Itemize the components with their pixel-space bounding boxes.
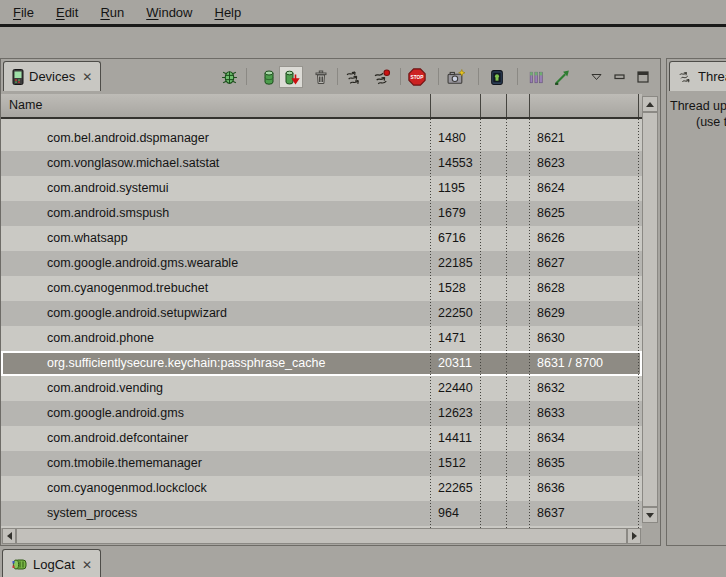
table-row[interactable]: com.cyanogenmod.trebuchet15288628 [1, 276, 642, 301]
scroll-down-button[interactable] [642, 507, 658, 523]
process-port: 8627 [537, 251, 565, 276]
process-port: 8634 [537, 426, 565, 451]
process-pid: 1480 [438, 126, 466, 151]
vertical-scroll-thumb[interactable] [642, 112, 658, 507]
process-pid: 14411 [438, 426, 472, 451]
process-pid: 1528 [438, 276, 466, 301]
tab-threads-label: Threads [698, 69, 726, 84]
table-row[interactable]: com.android.systemui11958624 [1, 176, 642, 201]
menu-file[interactable]: File [2, 2, 45, 23]
svg-text:STOP: STOP [411, 75, 424, 80]
toolbar-separator [246, 68, 247, 85]
column-separator [638, 94, 639, 117]
update-threads-icon[interactable] [345, 68, 363, 86]
stop-process-icon[interactable]: STOP [408, 68, 426, 86]
start-tracing-icon[interactable] [553, 68, 571, 86]
table-row[interactable]: com.google.android.gms126238633 [1, 401, 642, 426]
table-row[interactable]: com.vonglasow.michael.satstat145538623 [1, 151, 642, 176]
column-separator [430, 94, 431, 117]
table-row[interactable]: com.google.android.setupwizard222508629 [1, 301, 642, 326]
minimize-icon[interactable] [610, 68, 628, 86]
close-icon[interactable]: ✕ [82, 71, 92, 83]
update-heap-icon[interactable] [260, 68, 278, 86]
process-name: com.whatsapp [47, 226, 128, 251]
process-port: 8633 [537, 401, 565, 426]
tab-devices[interactable]: Devices ✕ [3, 61, 101, 91]
horizontal-scroll-thumb[interactable] [16, 528, 627, 544]
process-name: com.bel.android.dspmanager [47, 126, 209, 151]
screen-capture-icon[interactable] [447, 68, 465, 86]
scroll-right-button[interactable] [627, 528, 641, 544]
table-row[interactable]: com.bel.android.dspmanager14808621 [1, 126, 642, 151]
tab-threads[interactable]: Threads [669, 61, 726, 91]
table-row[interactable]: com.android.phone14718630 [1, 326, 642, 351]
table-row[interactable]: com.tmobile.thememanager15128635 [1, 451, 642, 476]
toolbar-separator [337, 68, 338, 85]
process-pid: 22265 [438, 476, 473, 501]
dump-hprof-icon[interactable] [279, 66, 303, 88]
view-menu-icon[interactable] [587, 68, 605, 86]
ddms-window: { "menu_bar": { "items": ["File", "Edit"… [0, 0, 726, 577]
tab-logcat-label: LogCat [33, 557, 75, 572]
process-port: 8621 [537, 126, 565, 151]
process-port: 8631 / 8700 [537, 351, 603, 376]
horizontal-scrollbar[interactable] [2, 528, 641, 544]
process-pid: 1512 [438, 451, 466, 476]
table-row[interactable]: com.android.defcontainer144118634 [1, 426, 642, 451]
process-port: 8629 [537, 301, 565, 326]
threads-panel: Threads Thread updates not enabled for s… [666, 58, 726, 546]
start-method-profiling-icon[interactable] [373, 68, 391, 86]
column-separator [480, 94, 481, 117]
table-row[interactable]: com.android.vending224408632 [1, 376, 642, 401]
tab-logcat[interactable]: LogCat ✕ [2, 549, 101, 577]
process-port: 8624 [537, 176, 565, 201]
debug-process-icon[interactable] [220, 68, 238, 86]
menu-window[interactable]: Window [135, 2, 203, 23]
table-row[interactable]: com.cyanogenmod.lockclock222658636 [1, 476, 642, 501]
close-icon[interactable]: ✕ [82, 559, 92, 571]
process-pid: 22440 [438, 376, 473, 401]
process-name: com.google.android.gms.wearable [47, 251, 238, 276]
process-name: com.tmobile.thememanager [47, 451, 202, 476]
scroll-up-button[interactable] [642, 96, 658, 112]
process-port: 8637 [537, 501, 565, 526]
view-hierarchy-icon[interactable] [527, 68, 545, 86]
threads-message-line1: Thread updates not enabled for selected … [670, 99, 726, 113]
table-row[interactable]: system_process9648637 [1, 501, 642, 526]
process-pid: 1471 [438, 326, 466, 351]
table-row[interactable]: org.sufficientlysecure.keychain:passphra… [1, 351, 642, 376]
process-port: 8625 [537, 201, 565, 226]
device-screen-icon[interactable] [488, 68, 506, 86]
logcat-icon [11, 557, 28, 572]
maximize-icon[interactable] [634, 68, 652, 86]
phone-icon [12, 69, 24, 85]
process-name: com.android.defcontainer [47, 426, 188, 451]
column-header-name[interactable]: Name [1, 98, 42, 112]
vertical-scrollbar[interactable] [642, 96, 658, 523]
process-port: 8632 [537, 376, 565, 401]
tab-devices-label: Devices [29, 69, 75, 84]
scroll-left-button[interactable] [2, 528, 16, 544]
menu-edit[interactable]: Edit [45, 2, 89, 23]
process-pid: 14553 [438, 151, 473, 176]
process-table-body: com.bel.android.dspmanager14808621com.vo… [1, 119, 642, 528]
menu-run[interactable]: Run [89, 2, 135, 23]
menu-help[interactable]: Help [203, 2, 252, 23]
table-header[interactable]: Name [1, 94, 642, 119]
process-name: org.sufficientlysecure.keychain:passphra… [47, 351, 325, 376]
process-pid: 22185 [438, 251, 473, 276]
table-row[interactable]: com.whatsapp67168626 [1, 226, 642, 251]
table-row[interactable]: com.google.android.gms.wearable221858627 [1, 251, 642, 276]
toolbar-separator [438, 68, 439, 85]
threads-icon [678, 70, 693, 84]
process-name: com.google.android.setupwizard [47, 301, 227, 326]
process-name: com.cyanogenmod.lockclock [47, 476, 207, 501]
table-row[interactable]: com.android.smspush16798625 [1, 201, 642, 226]
process-pid: 6716 [438, 226, 466, 251]
toolbar-separator [517, 68, 518, 85]
process-name: com.cyanogenmod.trebuchet [47, 276, 208, 301]
cause-gc-icon[interactable] [312, 68, 330, 86]
process-port: 8628 [537, 276, 565, 301]
process-pid: 12623 [438, 401, 473, 426]
process-name: com.android.phone [47, 326, 154, 351]
